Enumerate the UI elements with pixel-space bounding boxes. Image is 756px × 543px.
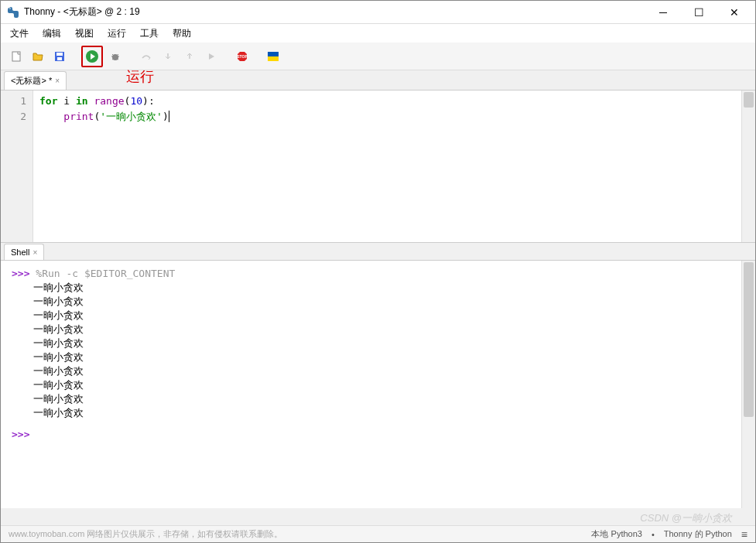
window-title: Thonny - <无标题> @ 2 : 19 — [24, 5, 645, 19]
shell-tab[interactable]: Shell × — [4, 244, 44, 260]
code-content[interactable]: for i in range(10): print('一晌小贪欢') — [33, 90, 741, 242]
text-cursor — [169, 111, 169, 122]
shell-command: %Run -c $EDITOR_CONTENT — [36, 268, 175, 279]
step-out-button[interactable] — [180, 47, 199, 66]
menu-edit[interactable]: 编辑 — [36, 25, 67, 43]
flag-icon — [267, 50, 279, 63]
shell-panel[interactable]: >>> %Run -c $EDITOR_CONTENT 一晌小贪欢一晌小贪欢一晌… — [1, 261, 755, 508]
step-over-button[interactable] — [137, 47, 156, 66]
scroll-thumb[interactable] — [744, 262, 754, 417]
editor-tabbar: <无标题> * × — [1, 70, 755, 90]
menu-tools[interactable]: 工具 — [134, 25, 165, 43]
shell-output-line: 一晌小贪欢 — [12, 378, 744, 392]
window-controls: ─ ☐ ✕ — [645, 1, 752, 24]
footer-notice: www.toymoban.com 网络图片仅供展示，非存储，如有侵权请联系删除。 — [9, 528, 591, 540]
shell-tabbar: Shell × — [1, 242, 755, 261]
shell-output-line: 一晌小贪欢 — [12, 323, 744, 336]
debug-button[interactable] — [106, 47, 125, 66]
new-file-icon — [10, 50, 22, 63]
close-button[interactable]: ✕ — [717, 1, 752, 24]
shell-output-line: 一晌小贪欢 — [12, 350, 744, 364]
shell-tab-label: Shell — [11, 248, 29, 257]
minimize-button[interactable]: ─ — [645, 1, 681, 24]
open-folder-icon — [32, 50, 44, 63]
stop-icon: STOP — [236, 50, 248, 63]
bug-icon — [109, 50, 121, 63]
menu-icon[interactable]: ≡ — [741, 528, 747, 541]
svg-rect-1 — [12, 52, 20, 61]
svg-rect-3 — [56, 53, 63, 56]
menu-run[interactable]: 运行 — [101, 25, 132, 43]
maximize-button[interactable]: ☐ — [681, 1, 717, 24]
menu-view[interactable]: 视图 — [69, 25, 100, 43]
shell-output-line: 一晌小贪欢 — [12, 406, 744, 420]
tab-close-icon[interactable]: × — [32, 248, 37, 257]
shell-output-line: 一晌小贪欢 — [12, 336, 744, 350]
stop-button[interactable]: STOP — [233, 47, 251, 66]
shell-prompt: >>> — [12, 268, 36, 279]
step-into-button[interactable] — [159, 47, 177, 66]
toolbar: STOP — [1, 43, 755, 70]
code-editor[interactable]: 1 2 for i in range(10): print('一晌小贪欢') — [1, 90, 755, 242]
svg-rect-4 — [57, 57, 62, 60]
shell-output-line: 一晌小贪欢 — [12, 295, 744, 309]
step-into-icon — [162, 50, 174, 63]
scroll-thumb[interactable] — [744, 92, 754, 108]
support-ukraine-button[interactable] — [264, 47, 282, 66]
svg-line-8 — [112, 54, 114, 56]
shell-output-line: 一晌小贪欢 — [12, 309, 744, 323]
interpreter-label-1[interactable]: 本地 Python3 — [591, 528, 641, 540]
line-gutter: 1 2 — [1, 90, 33, 242]
line-number: 2 — [4, 109, 26, 125]
menu-file[interactable]: 文件 — [4, 25, 35, 43]
editor-tab-label: <无标题> * — [11, 75, 52, 87]
shell-output-line: 一晌小贪欢 — [12, 281, 744, 295]
step-out-icon — [183, 50, 196, 63]
shell-output-line: 一晌小贪欢 — [12, 392, 744, 406]
step-over-icon — [140, 50, 152, 63]
svg-line-9 — [117, 54, 118, 56]
menubar: 文件 编辑 视图 运行 工具 帮助 — [1, 24, 755, 43]
save-button[interactable] — [50, 47, 69, 66]
interpreter-label-2[interactable]: Thonny 的 Python — [664, 528, 732, 540]
line-number: 1 — [4, 94, 26, 109]
window-titlebar: Thonny - <无标题> @ 2 : 19 ─ ☐ ✕ — [1, 1, 755, 24]
svg-rect-14 — [268, 52, 279, 56]
editor-scrollbar[interactable] — [741, 90, 755, 242]
svg-rect-15 — [268, 56, 279, 61]
new-file-button[interactable] — [7, 47, 26, 66]
watermark: CSDN @一晌小贪欢 — [640, 511, 732, 525]
resume-button[interactable] — [202, 47, 221, 66]
open-file-button[interactable] — [29, 47, 47, 66]
play-icon — [85, 50, 99, 63]
shell-prompt: >>> — [12, 429, 29, 440]
shell-output-line: 一晌小贪欢 — [12, 364, 744, 378]
svg-text:STOP: STOP — [237, 54, 248, 59]
editor-tab[interactable]: <无标题> * × — [4, 71, 67, 90]
menu-help[interactable]: 帮助 — [166, 25, 197, 43]
run-button[interactable] — [81, 46, 103, 67]
statusbar: www.toymoban.com 网络图片仅供展示，非存储，如有侵权请联系删除。… — [1, 525, 755, 542]
resume-icon — [205, 50, 217, 63]
svg-point-0 — [9, 8, 11, 9]
app-icon — [7, 6, 19, 19]
shell-scrollbar[interactable] — [741, 261, 755, 508]
run-annotation: 运行 — [126, 67, 154, 86]
tab-close-icon[interactable]: × — [55, 77, 60, 85]
save-icon — [53, 50, 66, 63]
shell-output: 一晌小贪欢一晌小贪欢一晌小贪欢一晌小贪欢一晌小贪欢一晌小贪欢一晌小贪欢一晌小贪欢… — [12, 281, 744, 420]
